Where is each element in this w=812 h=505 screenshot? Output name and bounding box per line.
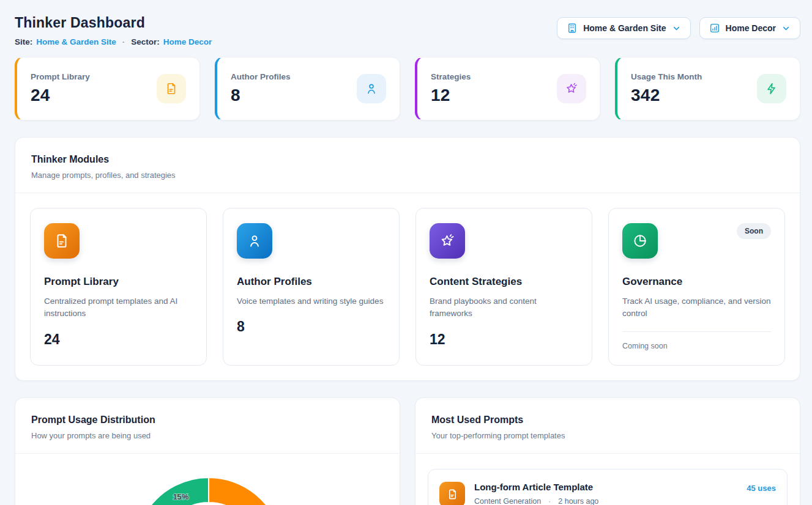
- divider: [622, 331, 771, 332]
- module-title: Prompt Library: [44, 276, 193, 288]
- module-description: Voice templates and writing style guides: [237, 295, 386, 308]
- stat-value: 342: [631, 86, 702, 105]
- star-icon: [430, 223, 465, 259]
- usage-panel-header: Prompt Usage Distribution How your promp…: [15, 398, 400, 454]
- pie-chart-icon: [622, 223, 658, 259]
- modules-grid: Prompt Library Centralized prompt templa…: [30, 208, 785, 366]
- module-title: Content Strategies: [430, 276, 578, 288]
- meta-separator: ·: [122, 37, 125, 46]
- bar-chart-icon: [709, 23, 720, 34]
- stat-label: Prompt Library: [31, 72, 90, 81]
- orange-segment: [209, 477, 283, 505]
- module-count: 24: [44, 331, 193, 348]
- module-description: Track AI usage, compliance, and version …: [622, 295, 771, 320]
- site-link[interactable]: Home & Garden Site: [36, 37, 116, 46]
- user-icon: [237, 223, 272, 259]
- meta-separator: ·: [548, 497, 551, 505]
- prompts-panel-header: Most Used Prompts Your top-performing pr…: [415, 398, 800, 454]
- soon-badge: Soon: [737, 223, 771, 239]
- module-title: Author Profiles: [237, 276, 386, 288]
- stat-label: Author Profiles: [231, 72, 291, 81]
- sector-selector-button[interactable]: Home Decor: [699, 17, 800, 39]
- donut-chart-svg: 45%15%25%15%: [15, 454, 399, 505]
- stat-value: 8: [231, 86, 291, 105]
- module-card-prompt-library[interactable]: Prompt Library Centralized prompt templa…: [30, 208, 207, 366]
- usage-panel-subtitle: How your prompts are being used: [31, 431, 384, 440]
- module-description: Centralized prompt templates and AI inst…: [44, 295, 193, 320]
- building-icon: [567, 23, 578, 34]
- user-icon: [357, 74, 386, 103]
- prompt-list-item[interactable]: Long-form Article Template Content Gener…: [428, 469, 788, 505]
- sector-selector-label: Home Decor: [726, 23, 776, 33]
- modules-body: Prompt Library Centralized prompt templa…: [15, 193, 800, 380]
- prompt-title: Long-form Article Template: [474, 482, 737, 492]
- chevron-down-icon: [672, 24, 681, 33]
- stat-card-usage: Usage This Month 342: [615, 57, 800, 120]
- module-count: 12: [430, 331, 578, 348]
- star-icon: [557, 74, 586, 103]
- usage-panel-title: Prompt Usage Distribution: [31, 415, 384, 426]
- site-selector-button[interactable]: Home & Garden Site: [557, 17, 690, 39]
- prompts-panel-subtitle: Your top-performing prompt templates: [431, 431, 784, 440]
- module-top-row: Soon: [622, 223, 771, 259]
- stat-card-author-profiles: Author Profiles 8: [215, 57, 400, 120]
- chevron-down-icon: [781, 24, 791, 33]
- modules-panel-title: Thinker Modules: [31, 154, 784, 165]
- document-icon: [44, 223, 80, 259]
- usage-distribution-panel: Prompt Usage Distribution How your promp…: [15, 397, 400, 505]
- module-card-governance[interactable]: Soon Governance Track AI usage, complian…: [608, 208, 785, 366]
- modules-panel-subtitle: Manage prompts, profiles, and strategies: [31, 171, 784, 180]
- module-card-author-profiles[interactable]: Author Profiles Voice templates and writ…: [223, 208, 400, 366]
- lightning-icon: [757, 74, 786, 103]
- module-description: Brand playbooks and content frameworks: [430, 295, 578, 320]
- coming-soon-text: Coming soon: [622, 342, 771, 350]
- bottom-row: Prompt Usage Distribution How your promp…: [15, 381, 800, 505]
- prompt-category: Content Generation: [474, 497, 541, 505]
- stat-label: Usage This Month: [631, 72, 702, 81]
- document-icon: [157, 74, 186, 103]
- sector-label: Sector:: [131, 37, 160, 46]
- most-used-prompts-panel: Most Used Prompts Your top-performing pr…: [415, 397, 800, 505]
- prompt-uses-count: 45 uses: [747, 484, 776, 493]
- dashboard-page: Thinker Dashboard Site: Home & Garden Si…: [0, 0, 812, 505]
- header-left: Thinker Dashboard Site: Home & Garden Si…: [15, 15, 212, 46]
- sector-link[interactable]: Home Decor: [163, 37, 212, 46]
- breadcrumb: Site: Home & Garden Site · Sector: Home …: [15, 37, 212, 46]
- stat-card-strategies: Strategies 12: [415, 57, 600, 120]
- prompts-panel-title: Most Used Prompts: [431, 415, 784, 426]
- module-card-content-strategies[interactable]: Content Strategies Brand playbooks and c…: [415, 208, 592, 366]
- donut-chart: 45%15%25%15%: [15, 454, 400, 505]
- pie-slice-label: 15%: [173, 492, 188, 501]
- stat-card-prompt-library: Prompt Library 24: [15, 57, 200, 120]
- stat-text: Strategies 12: [431, 72, 471, 105]
- stat-text: Prompt Library 24: [31, 72, 90, 105]
- stat-label: Strategies: [431, 72, 471, 81]
- document-icon: [439, 482, 465, 505]
- thinker-modules-panel: Thinker Modules Manage prompts, profiles…: [15, 137, 800, 381]
- prompt-info: Long-form Article Template Content Gener…: [474, 482, 737, 505]
- site-selector-label: Home & Garden Site: [583, 23, 666, 33]
- module-title: Governance: [622, 276, 771, 288]
- module-count: 8: [237, 319, 386, 335]
- modules-panel-header: Thinker Modules Manage prompts, profiles…: [15, 138, 800, 193]
- stat-text: Usage This Month 342: [631, 72, 702, 105]
- stat-text: Author Profiles 8: [231, 72, 291, 105]
- prompts-list: Long-form Article Template Content Gener…: [415, 454, 800, 505]
- stats-row: Prompt Library 24 Author Profiles 8 Stra…: [15, 57, 800, 120]
- stat-value: 12: [431, 86, 471, 105]
- stat-value: 24: [31, 86, 90, 105]
- header-actions: Home & Garden Site Home Decor: [557, 17, 800, 39]
- prompt-meta: Content Generation · 2 hours ago: [474, 497, 737, 505]
- page-header: Thinker Dashboard Site: Home & Garden Si…: [15, 15, 800, 46]
- site-label: Site:: [15, 37, 32, 46]
- page-title: Thinker Dashboard: [15, 15, 212, 31]
- prompt-time: 2 hours ago: [558, 497, 598, 505]
